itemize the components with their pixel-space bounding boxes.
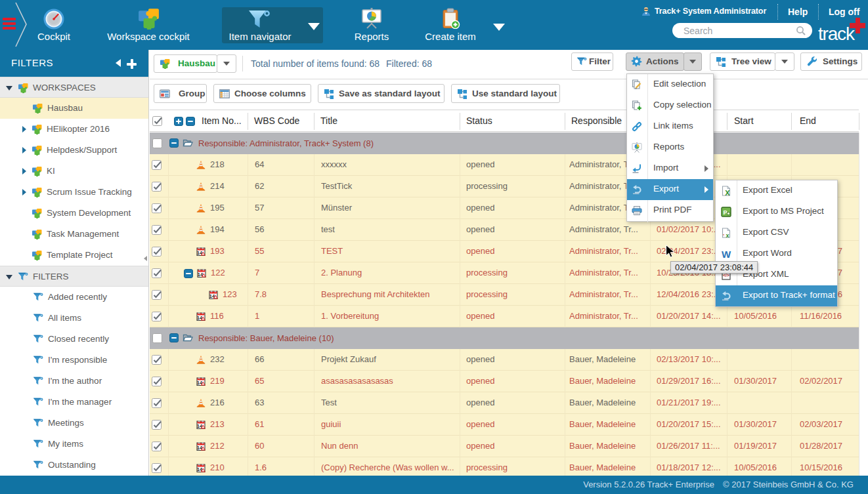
svg-text:P: P — [724, 209, 727, 216]
svg-text:W: W — [722, 249, 731, 259]
svg-text:,: , — [723, 230, 724, 236]
svg-text:x: x — [726, 232, 729, 238]
svg-text:X: X — [725, 189, 730, 196]
